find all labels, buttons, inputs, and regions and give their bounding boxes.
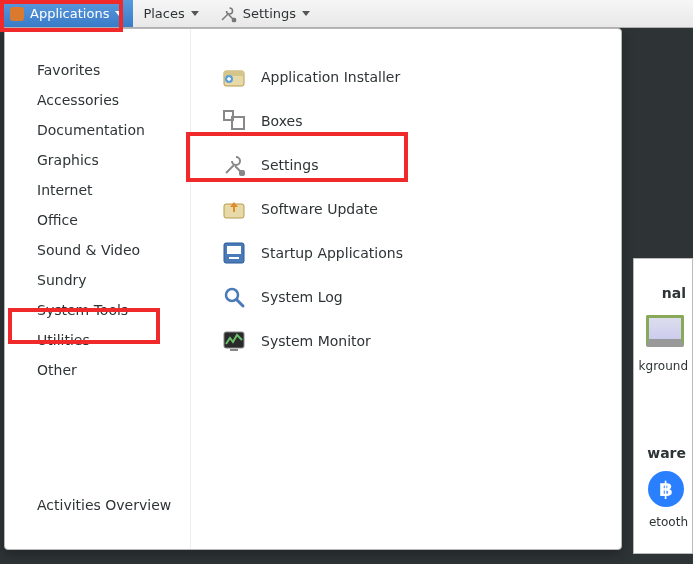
app-boxes[interactable]: Boxes bbox=[215, 99, 597, 143]
applications-menu-button[interactable]: Applications bbox=[0, 0, 133, 27]
app-label: Settings bbox=[261, 157, 318, 173]
app-label: Application Installer bbox=[261, 69, 400, 85]
package-install-icon bbox=[221, 64, 247, 90]
update-icon bbox=[221, 196, 247, 222]
applications-menu-popup: Favorites Accessories Documentation Grap… bbox=[4, 28, 622, 550]
chevron-down-icon bbox=[302, 11, 310, 16]
svg-rect-2 bbox=[224, 71, 244, 76]
app-label: Boxes bbox=[261, 113, 303, 129]
boxes-icon bbox=[221, 108, 247, 134]
category-documentation[interactable]: Documentation bbox=[5, 115, 190, 145]
category-list: Favorites Accessories Documentation Grap… bbox=[5, 29, 191, 549]
chevron-down-icon bbox=[115, 11, 123, 16]
category-system-tools[interactable]: System Tools bbox=[5, 295, 190, 325]
app-system-log[interactable]: System Log bbox=[215, 275, 597, 319]
category-internet[interactable]: Internet bbox=[5, 175, 190, 205]
app-label: System Monitor bbox=[261, 333, 371, 349]
category-office[interactable]: Office bbox=[5, 205, 190, 235]
category-accessories[interactable]: Accessories bbox=[5, 85, 190, 115]
bg-item-bluetooth: etooth bbox=[649, 515, 688, 529]
category-graphics[interactable]: Graphics bbox=[5, 145, 190, 175]
monitor-chart-icon bbox=[221, 328, 247, 354]
bluetooth-icon[interactable]: ฿ bbox=[648, 471, 684, 507]
top-menu-bar: Applications Places Settings bbox=[0, 0, 693, 28]
app-label: System Log bbox=[261, 289, 343, 305]
places-menu-button[interactable]: Places bbox=[133, 0, 208, 27]
app-label: Startup Applications bbox=[261, 245, 403, 261]
svg-rect-0 bbox=[232, 18, 235, 21]
category-other[interactable]: Other bbox=[5, 355, 190, 385]
svg-rect-6 bbox=[240, 171, 244, 175]
bg-item-background: kground bbox=[639, 359, 688, 373]
magnifier-icon bbox=[221, 284, 247, 310]
gnome-foot-icon bbox=[10, 7, 24, 21]
app-software-update[interactable]: Software Update bbox=[215, 187, 597, 231]
app-startup-applications[interactable]: Startup Applications bbox=[215, 231, 597, 275]
startup-icon bbox=[221, 240, 247, 266]
svg-rect-9 bbox=[227, 246, 241, 254]
activities-overview-button[interactable]: Activities Overview bbox=[5, 487, 190, 531]
application-list: Application Installer Boxes Settings Sof… bbox=[191, 29, 621, 549]
background-settings-window: nal kground ware ฿ etooth bbox=[633, 258, 693, 554]
bg-section-personal: nal bbox=[662, 285, 686, 301]
chevron-down-icon bbox=[191, 11, 199, 16]
applications-label: Applications bbox=[30, 6, 109, 21]
app-settings[interactable]: Settings bbox=[215, 143, 597, 187]
svg-rect-12 bbox=[230, 349, 238, 351]
category-utilities[interactable]: Utilities bbox=[5, 325, 190, 355]
app-application-installer[interactable]: Application Installer bbox=[215, 55, 597, 99]
category-favorites[interactable]: Favorites bbox=[5, 55, 190, 85]
wrench-screwdriver-icon bbox=[219, 5, 237, 23]
settings-menu-button[interactable]: Settings bbox=[209, 0, 320, 27]
category-sundry[interactable]: Sundry bbox=[5, 265, 190, 295]
display-icon[interactable] bbox=[646, 315, 684, 347]
bg-section-hardware: ware bbox=[647, 445, 686, 461]
app-label: Software Update bbox=[261, 201, 378, 217]
settings-label: Settings bbox=[243, 6, 296, 21]
wrench-screwdriver-icon bbox=[221, 152, 247, 178]
app-system-monitor[interactable]: System Monitor bbox=[215, 319, 597, 363]
category-sound-video[interactable]: Sound & Video bbox=[5, 235, 190, 265]
places-label: Places bbox=[143, 6, 184, 21]
